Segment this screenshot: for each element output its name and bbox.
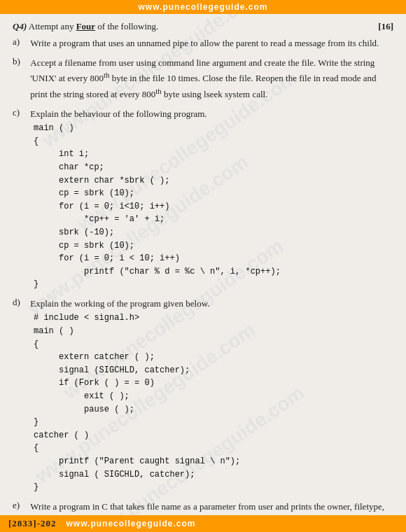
code-line: signal (SIGCHLD, catcher);	[34, 364, 393, 377]
code-line: # include < signal.h>	[34, 312, 393, 325]
page-number: [2833]-202	[8, 518, 57, 529]
code-line: main ( )	[34, 325, 393, 338]
part-d: d) Explain the working of the program gi…	[13, 297, 393, 494]
part-d-label: d)	[13, 297, 28, 308]
part-b-label: b)	[13, 56, 28, 67]
code-line: printf ("Parent caught signal \ n");	[34, 455, 393, 468]
part-c: c) Explain the behaviour of the followin…	[13, 107, 393, 291]
code-line: cp = sbrk (10);	[34, 239, 393, 253]
code-line: int i;	[34, 148, 393, 161]
code-line: if (Fork ( ) = = 0)	[34, 377, 393, 390]
code-line: {	[34, 135, 393, 148]
code-line: main ( )	[34, 122, 393, 135]
part-d-code: # include < signal.h> main ( ) { extern …	[34, 312, 393, 493]
code-line: for (i = 0; i<10; i++)	[34, 200, 393, 214]
part-c-label: c)	[13, 107, 28, 118]
part-c-code: main ( ) { int i; char *cp; extern char …	[34, 122, 393, 291]
code-line: }	[34, 278, 393, 291]
top-bar: www.punecollegeguide.com	[0, 0, 406, 14]
code-line: printf ("char % d = %c \ n", i, *cp++);	[34, 265, 393, 279]
code-line: signal ( SIGCHLD, catcher);	[34, 468, 393, 482]
code-line: extern char *sbrk ( );	[34, 174, 393, 188]
code-line: for (i = 0; i < 10; i++)	[34, 252, 393, 265]
question-label: Q4) Attempt any Four of the following.	[13, 21, 158, 32]
code-line: *cp++ = 'a' + i;	[34, 213, 393, 226]
code-line: cp = sbrk (10);	[34, 187, 393, 200]
part-d-text: Explain the working of the program given…	[30, 297, 393, 311]
part-b: b) Accept a filename from user using com…	[13, 56, 393, 102]
code-line: sbrk (-10);	[34, 226, 393, 239]
marks-label: [16]	[378, 21, 393, 32]
part-c-text: Explain the behaviour of the following p…	[30, 107, 393, 121]
part-a: a) Write a program that uses an unnamed …	[13, 36, 393, 50]
part-a-label: a)	[13, 36, 28, 48]
top-bar-label: www.punecollegeguide.com	[139, 2, 268, 12]
code-line: pause ( );	[34, 403, 393, 416]
question-header: Q4) Attempt any Four of the following. […	[13, 21, 393, 32]
part-b-text: Accept a filename from user using comman…	[30, 56, 393, 102]
code-line: char *cp;	[34, 161, 393, 174]
code-line: {	[34, 442, 393, 455]
bottom-bar: [2833]-202 www.punecollegeguide.com	[0, 515, 406, 532]
content-area: Q4) Attempt any Four of the following. […	[0, 14, 406, 532]
part-e-label: e)	[13, 500, 28, 511]
code-line: extern catcher ( );	[34, 351, 393, 364]
q4-instruction: Attempt any Four of the following.	[29, 21, 159, 31]
code-line: catcher ( )	[34, 429, 393, 442]
code-line: exit ( );	[34, 390, 393, 403]
code-line: }	[34, 416, 393, 429]
q4-label: Q4)	[13, 21, 27, 31]
part-a-text: Write a program that uses an unnamed pip…	[30, 36, 393, 50]
code-line: {	[34, 338, 393, 351]
bottom-bar-label: www.punecollegeguide.com	[62, 517, 200, 530]
code-line: }	[34, 481, 393, 494]
